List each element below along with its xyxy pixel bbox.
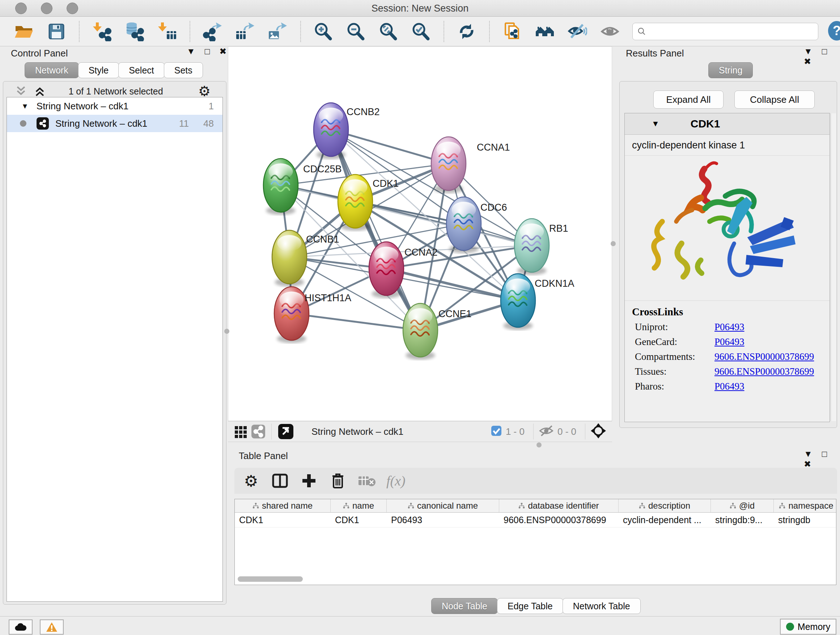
results-tab-string[interactable]: String (708, 62, 753, 78)
maximize-panel-icon[interactable]: □ (822, 46, 827, 57)
bottom-splitter-grip[interactable] (537, 442, 542, 448)
export-table-icon[interactable] (235, 21, 256, 42)
zoom-out-icon[interactable] (346, 21, 366, 42)
zoom-fit-content-icon[interactable] (378, 21, 399, 42)
maximize-panel-icon[interactable]: □ (822, 449, 827, 459)
float-panel-icon[interactable]: ▼ (804, 46, 813, 57)
node-HIST1H1A[interactable] (274, 287, 309, 343)
float-panel-icon[interactable]: ▼ (187, 46, 195, 57)
crosslink-link[interactable]: P06493 (714, 381, 745, 392)
search-field[interactable] (632, 23, 818, 40)
node-CDC25B[interactable] (264, 158, 298, 215)
right-splitter-grip[interactable] (611, 241, 616, 246)
delete-table-icon[interactable] (357, 471, 376, 490)
network-graph[interactable]: CCNB2CCNA1CDC25BCDK1CDC6RB1CCNB1CCNA2CDK… (228, 46, 612, 423)
selected-checkbox-icon[interactable] (491, 425, 502, 438)
memory-button[interactable]: Memory (780, 619, 836, 635)
fit-selected-crosshair-icon[interactable] (591, 423, 606, 440)
toolbar-separator (444, 21, 444, 42)
help-button[interactable]: ? (827, 20, 840, 43)
tab-style[interactable]: Style (78, 62, 119, 78)
table-toolbar: ⚙ f(x) (234, 468, 837, 494)
edge-CCNB2-CCNA1[interactable] (331, 130, 448, 164)
apply-layout-icon[interactable] (456, 21, 477, 42)
column-header-description[interactable]: description (619, 499, 711, 512)
float-panel-icon[interactable]: ▼ (804, 449, 813, 459)
maximize-panel-icon[interactable]: □ (205, 46, 210, 57)
node-CDKN1A[interactable] (501, 274, 535, 330)
save-session-icon[interactable] (46, 21, 66, 42)
tab-sets[interactable]: Sets (164, 62, 203, 78)
table-row[interactable]: CDK1CDK1P064939606.ENSP00000378699cyclin… (235, 513, 836, 527)
node-CCNB2[interactable] (314, 103, 348, 159)
table-cell[interactable]: 9606.ENSP00000378699 (499, 513, 619, 527)
first-neighbors-icon[interactable] (535, 21, 555, 42)
node-table[interactable]: shared namenamecanonical namedatabase id… (234, 499, 836, 585)
left-splitter-grip[interactable] (224, 329, 229, 334)
open-in-new-window-button[interactable] (277, 421, 295, 442)
column-header-canonical-name[interactable]: canonical name (387, 499, 499, 512)
delete-column-trash-icon[interactable] (328, 471, 347, 490)
collapse-all-button[interactable]: Collapse All (734, 90, 815, 109)
crosslink-link[interactable]: 9606.ENSP00000378699 (714, 351, 814, 363)
import-network-file-icon[interactable] (92, 21, 112, 42)
table-tab-edge-table[interactable]: Edge Table (497, 598, 563, 614)
new-network-from-selection-icon[interactable] (502, 21, 523, 42)
tab-select[interactable]: Select (118, 62, 164, 78)
grid-view-icon[interactable] (233, 421, 249, 442)
table-cell[interactable]: cyclin-dependent ... (619, 513, 711, 527)
table-cell[interactable]: CDK1 (331, 513, 387, 527)
close-panel-icon[interactable]: ✖ (804, 57, 811, 67)
import-network-database-icon[interactable] (125, 21, 145, 42)
zoom-selected-icon[interactable] (411, 21, 431, 42)
crosslink-link[interactable]: 9606.ENSP00000378699 (714, 366, 814, 377)
network-share-view-icon[interactable] (250, 421, 266, 442)
collapse-entry-icon[interactable]: ▼ (652, 119, 660, 128)
add-column-icon[interactable] (300, 471, 318, 490)
network-collection-row[interactable]: ▼ String Network – cdk1 1 (7, 97, 223, 115)
import-table-file-icon[interactable] (157, 21, 177, 42)
table-cell[interactable]: P06493 (387, 513, 499, 527)
show-columns-icon[interactable] (271, 471, 289, 490)
table-tab-node-table[interactable]: Node Table (431, 598, 498, 614)
column-header-shared-name[interactable]: shared name (235, 499, 331, 512)
network-row[interactable]: String Network – cdk1 11 48 (7, 115, 223, 132)
close-panel-icon[interactable]: ✖ (219, 46, 226, 57)
cloud-status-button[interactable] (9, 619, 33, 635)
function-builder-icon[interactable]: f(x) (386, 471, 406, 490)
edge-HIST1H1A-CCNE1[interactable] (292, 314, 420, 330)
node-RB1[interactable] (515, 219, 549, 275)
expand-all-button[interactable]: Expand All (653, 90, 723, 109)
expand-all-networks-icon[interactable] (33, 86, 46, 98)
crosslink-link[interactable]: P06493 (714, 321, 745, 333)
show-all-icon[interactable] (600, 21, 620, 42)
table-horizontal-scrollbar[interactable] (238, 576, 303, 582)
results-scrollbar[interactable] (831, 113, 836, 421)
collection-expand-icon[interactable]: ▼ (21, 102, 28, 111)
table-cell[interactable]: stringdb:9... (711, 513, 774, 527)
node-label-CDC6: CDC6 (480, 202, 507, 213)
column-header-name[interactable]: name (331, 499, 387, 512)
crosslink-link[interactable]: P06493 (714, 336, 745, 348)
warning-status-button[interactable] (40, 619, 64, 635)
zoom-in-icon[interactable] (313, 21, 333, 42)
table-options-gear-icon[interactable]: ⚙ (242, 471, 261, 490)
table-cell[interactable]: CDK1 (235, 513, 331, 527)
collapse-all-networks-icon[interactable] (14, 86, 27, 98)
table-tab-network-table[interactable]: Network Table (562, 598, 641, 614)
search-input[interactable] (646, 26, 804, 37)
table-cell[interactable]: stringdb (774, 513, 836, 527)
tab-network[interactable]: Network (25, 62, 79, 78)
node-result-header[interactable]: ▼ CDK1 (625, 113, 829, 135)
export-image-icon[interactable] (268, 21, 288, 42)
column-header-database-identifier[interactable]: database identifier (499, 499, 619, 512)
node-CCNE1[interactable] (403, 303, 438, 360)
open-session-icon[interactable] (14, 21, 34, 42)
column-header--id[interactable]: @id (711, 499, 774, 512)
hide-selection-icon[interactable] (567, 21, 587, 42)
node-CDC6[interactable] (447, 197, 481, 253)
export-network-icon[interactable] (202, 21, 223, 42)
hidden-eye-icon[interactable] (538, 424, 554, 439)
node-CCNB1[interactable] (272, 230, 307, 287)
column-header-namespace[interactable]: namespace (774, 499, 836, 512)
